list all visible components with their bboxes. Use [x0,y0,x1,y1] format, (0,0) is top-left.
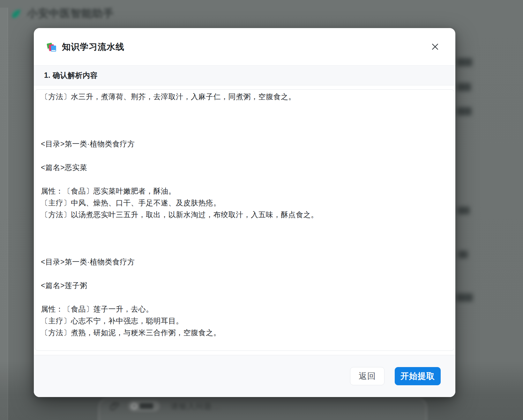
chat-toggle-pill [128,401,160,411]
modal-title-group: 知识学习流水线 [47,41,429,53]
background-app-header: 小安中医智能助手 [10,6,114,21]
background-text-blob [457,83,471,91]
modal-header: 知识学习流水线 [34,28,455,65]
back-button[interactable]: 返回 [350,367,385,385]
close-icon [431,43,439,51]
background-text-blob [456,293,473,302]
toggle-label-blob [140,403,153,409]
close-button[interactable] [429,41,441,53]
background-text-blob [457,107,472,115]
app-title: 小安中医智能助手 [27,6,114,21]
toggle-circle-icon [131,403,137,409]
books-icon [47,41,57,52]
background-text-blob [458,207,470,214]
background-text-blob [458,251,468,258]
step-header-band: 1. 确认解析内容 [34,65,455,85]
background-sidebar-edge [0,8,8,420]
attachment-icon [110,401,120,411]
knowledge-pipeline-modal: 知识学习流水线 1. 确认解析内容 〔方法〕水三升，煮薄荷、荆芥，去滓取汁，入麻… [34,28,455,397]
chat-input-placeholder: 请输入问题... [171,401,220,411]
step-title: 1. 确认解析内容 [44,70,98,80]
chat-input-bar: 请输入问题... [98,398,427,420]
background-text-blob [457,58,472,66]
parse-content-text: 〔方法〕水三升，煮薄荷、荆芥，去滓取汁，入麻子仁，同煮粥，空腹食之。 <目录>第… [41,91,448,339]
modal-title: 知识学习流水线 [62,41,124,53]
leaf-logo-icon [10,8,22,20]
modal-footer: 返回 开始提取 [34,355,455,397]
parse-content-textarea[interactable]: 〔方法〕水三升，煮薄荷、荆芥，去滓取汁，入麻子仁，同煮粥，空腹食之。 <目录>第… [35,89,454,351]
start-extract-button[interactable]: 开始提取 [395,367,441,385]
